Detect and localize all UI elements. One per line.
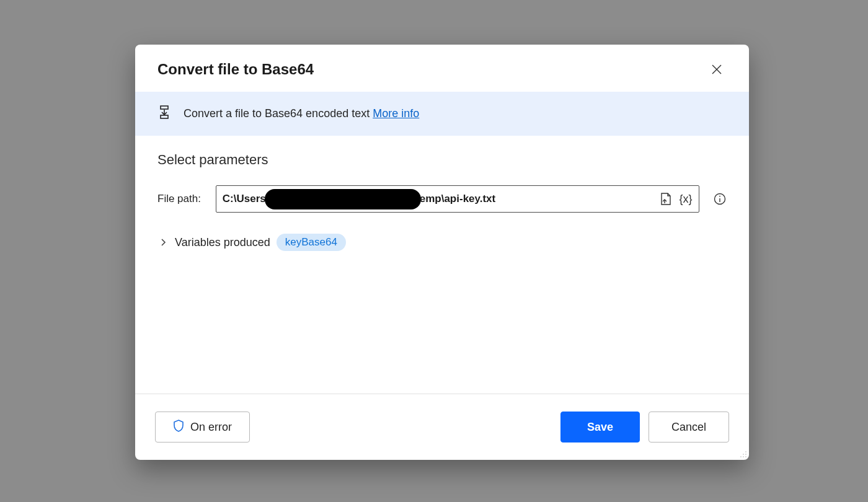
cancel-button[interactable]: Cancel bbox=[649, 412, 729, 443]
field-info-button[interactable] bbox=[713, 192, 727, 206]
banner-text-label: Convert a file to Base64 encoded text bbox=[184, 107, 373, 120]
browse-file-button[interactable] bbox=[658, 191, 674, 207]
file-path-row: File path: C:\Users emp\api-key.txt {x} bbox=[157, 185, 727, 213]
insert-variable-button[interactable]: {x} bbox=[678, 193, 694, 206]
close-icon bbox=[711, 64, 722, 75]
dialog-body: Select parameters File path: C:\Users em… bbox=[135, 136, 749, 394]
dialog-title: Convert file to Base64 bbox=[157, 61, 314, 78]
redacted-segment bbox=[265, 189, 421, 209]
svg-point-8 bbox=[745, 451, 746, 452]
save-button[interactable]: Save bbox=[560, 412, 640, 443]
close-button[interactable] bbox=[707, 59, 727, 79]
info-banner: Convert a file to Base64 encoded text Mo… bbox=[135, 92, 749, 136]
parameters-section-title: Select parameters bbox=[157, 152, 727, 168]
dialog-footer: On error Save Cancel bbox=[135, 394, 749, 460]
variable-pill-keybase64[interactable]: keyBase64 bbox=[277, 234, 346, 251]
variables-produced-label: Variables produced bbox=[175, 236, 270, 249]
file-path-input-wrap: C:\Users emp\api-key.txt {x} bbox=[216, 185, 699, 213]
svg-point-9 bbox=[743, 454, 744, 455]
on-error-label: On error bbox=[190, 421, 232, 434]
footer-right-group: Save Cancel bbox=[560, 412, 729, 443]
file-path-value-left: C:\Users bbox=[223, 193, 266, 205]
chevron-right-icon bbox=[160, 239, 166, 246]
svg-point-12 bbox=[743, 456, 744, 457]
svg-point-13 bbox=[745, 456, 746, 457]
banner-text: Convert a file to Base64 encoded text Mo… bbox=[184, 107, 419, 120]
svg-point-7 bbox=[719, 196, 720, 197]
file-path-input[interactable]: C:\Users emp\api-key.txt bbox=[223, 186, 654, 212]
svg-point-10 bbox=[745, 454, 746, 455]
more-info-link[interactable]: More info bbox=[373, 107, 419, 120]
file-picker-icon bbox=[660, 192, 672, 206]
variables-expand-toggle[interactable] bbox=[157, 239, 169, 246]
variables-produced-row: Variables produced keyBase64 bbox=[157, 234, 727, 251]
shield-icon bbox=[173, 420, 184, 435]
dialog-header: Convert file to Base64 bbox=[135, 45, 749, 92]
convert-action-icon bbox=[159, 105, 170, 122]
file-path-value-right: emp\api-key.txt bbox=[420, 193, 496, 205]
svg-rect-2 bbox=[161, 106, 168, 109]
file-path-label: File path: bbox=[157, 193, 206, 205]
resize-grip-icon[interactable] bbox=[738, 449, 748, 459]
svg-rect-4 bbox=[161, 115, 168, 118]
info-icon bbox=[714, 193, 726, 205]
svg-point-11 bbox=[740, 456, 742, 457]
on-error-button[interactable]: On error bbox=[155, 412, 250, 443]
convert-file-base64-dialog: Convert file to Base64 Convert a file to… bbox=[135, 45, 749, 460]
